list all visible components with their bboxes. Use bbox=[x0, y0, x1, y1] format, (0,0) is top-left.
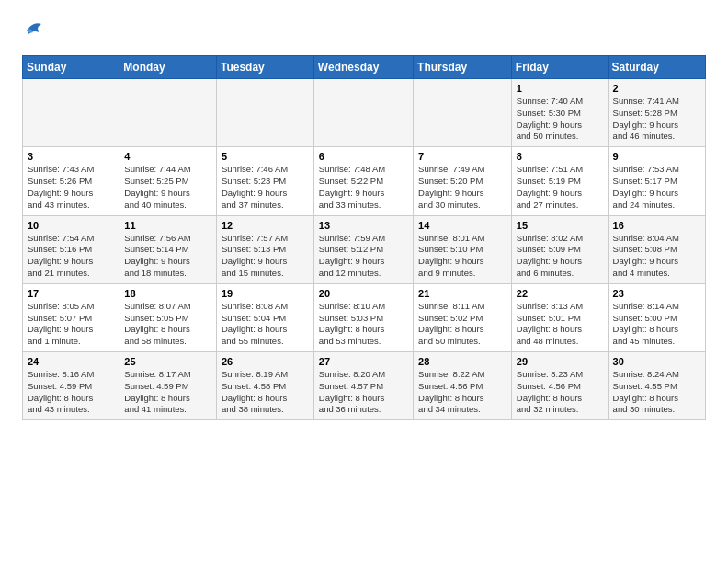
weekday-tuesday: Tuesday bbox=[216, 56, 313, 79]
day-number: 9 bbox=[613, 151, 700, 162]
day-number: 5 bbox=[222, 151, 309, 162]
day-cell bbox=[23, 79, 119, 147]
day-cell: 20Sunrise: 8:10 AM Sunset: 5:03 PM Dayli… bbox=[313, 283, 413, 351]
day-info: Sunrise: 8:17 AM Sunset: 4:59 PM Dayligh… bbox=[124, 369, 211, 416]
day-number: 23 bbox=[613, 288, 700, 299]
day-number: 14 bbox=[418, 220, 506, 231]
day-number: 21 bbox=[418, 288, 506, 299]
day-cell bbox=[414, 79, 512, 147]
day-info: Sunrise: 8:16 AM Sunset: 4:59 PM Dayligh… bbox=[28, 369, 114, 416]
header bbox=[22, 18, 706, 44]
day-info: Sunrise: 8:22 AM Sunset: 4:56 PM Dayligh… bbox=[418, 369, 506, 416]
day-info: Sunrise: 8:10 AM Sunset: 5:03 PM Dayligh… bbox=[319, 301, 408, 348]
day-cell: 29Sunrise: 8:23 AM Sunset: 4:56 PM Dayli… bbox=[511, 352, 608, 420]
day-info: Sunrise: 7:51 AM Sunset: 5:19 PM Dayligh… bbox=[517, 164, 603, 211]
day-info: Sunrise: 7:48 AM Sunset: 5:22 PM Dayligh… bbox=[319, 164, 408, 211]
day-cell: 10Sunrise: 7:54 AM Sunset: 5:16 PM Dayli… bbox=[23, 215, 119, 283]
day-cell: 27Sunrise: 8:20 AM Sunset: 4:57 PM Dayli… bbox=[313, 352, 413, 420]
day-number: 7 bbox=[418, 151, 506, 162]
day-info: Sunrise: 8:19 AM Sunset: 4:58 PM Dayligh… bbox=[222, 369, 309, 416]
day-number: 26 bbox=[222, 356, 309, 367]
day-cell: 28Sunrise: 8:22 AM Sunset: 4:56 PM Dayli… bbox=[414, 352, 512, 420]
day-number: 25 bbox=[124, 356, 211, 367]
day-info: Sunrise: 7:46 AM Sunset: 5:23 PM Dayligh… bbox=[222, 164, 309, 211]
weekday-wednesday: Wednesday bbox=[313, 56, 413, 79]
day-cell: 24Sunrise: 8:16 AM Sunset: 4:59 PM Dayli… bbox=[23, 352, 119, 420]
week-row-3: 17Sunrise: 8:05 AM Sunset: 5:07 PM Dayli… bbox=[23, 283, 706, 351]
weekday-thursday: Thursday bbox=[414, 56, 512, 79]
day-info: Sunrise: 7:54 AM Sunset: 5:16 PM Dayligh… bbox=[28, 233, 114, 280]
calendar: SundayMondayTuesdayWednesdayThursdayFrid… bbox=[22, 55, 706, 420]
day-cell: 21Sunrise: 8:11 AM Sunset: 5:02 PM Dayli… bbox=[414, 283, 512, 351]
day-number: 3 bbox=[28, 151, 114, 162]
day-cell: 9Sunrise: 7:53 AM Sunset: 5:17 PM Daylig… bbox=[608, 147, 705, 215]
day-number: 6 bbox=[319, 151, 408, 162]
week-row-2: 10Sunrise: 7:54 AM Sunset: 5:16 PM Dayli… bbox=[23, 215, 706, 283]
day-cell bbox=[216, 79, 313, 147]
day-number: 29 bbox=[517, 356, 603, 367]
day-cell: 25Sunrise: 8:17 AM Sunset: 4:59 PM Dayli… bbox=[119, 352, 217, 420]
day-info: Sunrise: 7:43 AM Sunset: 5:26 PM Dayligh… bbox=[28, 164, 114, 211]
day-cell: 7Sunrise: 7:49 AM Sunset: 5:20 PM Daylig… bbox=[414, 147, 512, 215]
day-cell: 14Sunrise: 8:01 AM Sunset: 5:10 PM Dayli… bbox=[414, 215, 512, 283]
weekday-monday: Monday bbox=[119, 56, 217, 79]
weekday-sunday: Sunday bbox=[23, 56, 119, 79]
day-cell bbox=[119, 79, 217, 147]
day-info: Sunrise: 8:20 AM Sunset: 4:57 PM Dayligh… bbox=[319, 369, 408, 416]
weekday-saturday: Saturday bbox=[608, 56, 705, 79]
day-info: Sunrise: 8:13 AM Sunset: 5:01 PM Dayligh… bbox=[517, 301, 603, 348]
week-row-0: 1Sunrise: 7:40 AM Sunset: 5:30 PM Daylig… bbox=[23, 79, 706, 147]
day-info: Sunrise: 8:24 AM Sunset: 4:55 PM Dayligh… bbox=[613, 369, 700, 416]
day-cell: 23Sunrise: 8:14 AM Sunset: 5:00 PM Dayli… bbox=[608, 283, 705, 351]
day-cell: 15Sunrise: 8:02 AM Sunset: 5:09 PM Dayli… bbox=[511, 215, 608, 283]
day-number: 30 bbox=[613, 356, 700, 367]
day-info: Sunrise: 8:11 AM Sunset: 5:02 PM Dayligh… bbox=[418, 301, 506, 348]
day-number: 12 bbox=[222, 220, 309, 231]
day-cell: 16Sunrise: 8:04 AM Sunset: 5:08 PM Dayli… bbox=[608, 215, 705, 283]
logo-icon bbox=[22, 18, 44, 44]
day-info: Sunrise: 8:07 AM Sunset: 5:05 PM Dayligh… bbox=[124, 301, 211, 348]
day-info: Sunrise: 8:08 AM Sunset: 5:04 PM Dayligh… bbox=[222, 301, 309, 348]
day-number: 2 bbox=[613, 83, 700, 94]
day-info: Sunrise: 7:59 AM Sunset: 5:12 PM Dayligh… bbox=[319, 233, 408, 280]
day-info: Sunrise: 7:44 AM Sunset: 5:25 PM Dayligh… bbox=[124, 164, 211, 211]
day-info: Sunrise: 7:49 AM Sunset: 5:20 PM Dayligh… bbox=[418, 164, 506, 211]
day-info: Sunrise: 8:04 AM Sunset: 5:08 PM Dayligh… bbox=[613, 233, 700, 280]
day-cell: 11Sunrise: 7:56 AM Sunset: 5:14 PM Dayli… bbox=[119, 215, 217, 283]
day-info: Sunrise: 7:40 AM Sunset: 5:30 PM Dayligh… bbox=[517, 96, 603, 143]
day-number: 11 bbox=[124, 220, 211, 231]
day-info: Sunrise: 8:05 AM Sunset: 5:07 PM Dayligh… bbox=[28, 301, 114, 348]
day-number: 13 bbox=[319, 220, 408, 231]
day-info: Sunrise: 7:57 AM Sunset: 5:13 PM Dayligh… bbox=[222, 233, 309, 280]
day-cell: 12Sunrise: 7:57 AM Sunset: 5:13 PM Dayli… bbox=[216, 215, 313, 283]
day-number: 18 bbox=[124, 288, 211, 299]
day-info: Sunrise: 8:02 AM Sunset: 5:09 PM Dayligh… bbox=[517, 233, 603, 280]
weekday-friday: Friday bbox=[511, 56, 608, 79]
day-number: 10 bbox=[28, 220, 114, 231]
day-number: 17 bbox=[28, 288, 114, 299]
day-number: 1 bbox=[517, 83, 603, 94]
weekday-header-row: SundayMondayTuesdayWednesdayThursdayFrid… bbox=[23, 56, 706, 79]
day-cell: 3Sunrise: 7:43 AM Sunset: 5:26 PM Daylig… bbox=[23, 147, 119, 215]
day-cell: 5Sunrise: 7:46 AM Sunset: 5:23 PM Daylig… bbox=[216, 147, 313, 215]
day-info: Sunrise: 7:41 AM Sunset: 5:28 PM Dayligh… bbox=[613, 96, 700, 143]
day-info: Sunrise: 7:56 AM Sunset: 5:14 PM Dayligh… bbox=[124, 233, 211, 280]
day-number: 24 bbox=[28, 356, 114, 367]
day-info: Sunrise: 7:53 AM Sunset: 5:17 PM Dayligh… bbox=[613, 164, 700, 211]
day-number: 16 bbox=[613, 220, 700, 231]
logo bbox=[22, 18, 48, 44]
day-info: Sunrise: 8:14 AM Sunset: 5:00 PM Dayligh… bbox=[613, 301, 700, 348]
day-cell: 18Sunrise: 8:07 AM Sunset: 5:05 PM Dayli… bbox=[119, 283, 217, 351]
day-cell: 17Sunrise: 8:05 AM Sunset: 5:07 PM Dayli… bbox=[23, 283, 119, 351]
day-cell: 6Sunrise: 7:48 AM Sunset: 5:22 PM Daylig… bbox=[313, 147, 413, 215]
day-cell bbox=[313, 79, 413, 147]
day-cell: 30Sunrise: 8:24 AM Sunset: 4:55 PM Dayli… bbox=[608, 352, 705, 420]
day-cell: 19Sunrise: 8:08 AM Sunset: 5:04 PM Dayli… bbox=[216, 283, 313, 351]
day-number: 4 bbox=[124, 151, 211, 162]
day-cell: 8Sunrise: 7:51 AM Sunset: 5:19 PM Daylig… bbox=[511, 147, 608, 215]
day-cell: 13Sunrise: 7:59 AM Sunset: 5:12 PM Dayli… bbox=[313, 215, 413, 283]
day-number: 22 bbox=[517, 288, 603, 299]
week-row-4: 24Sunrise: 8:16 AM Sunset: 4:59 PM Dayli… bbox=[23, 352, 706, 420]
day-cell: 1Sunrise: 7:40 AM Sunset: 5:30 PM Daylig… bbox=[511, 79, 608, 147]
day-number: 20 bbox=[319, 288, 408, 299]
